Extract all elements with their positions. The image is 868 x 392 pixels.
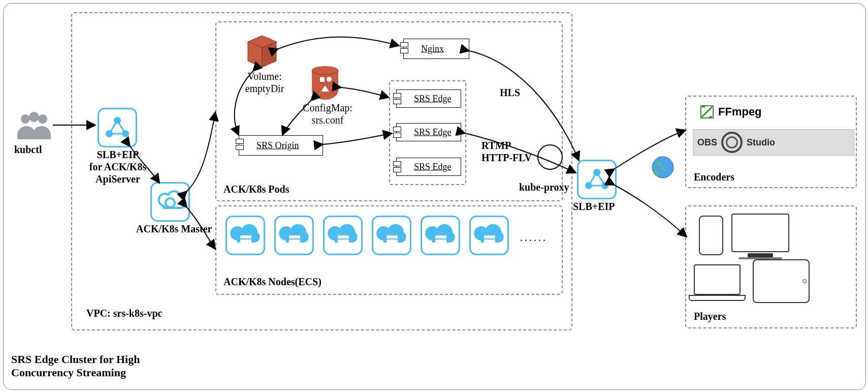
- svg-rect-16: [289, 235, 300, 238]
- svg-point-6: [166, 198, 175, 207]
- obs-ring-icon: [721, 132, 743, 153]
- srs-edge-label: SRS Edge: [414, 94, 457, 104]
- slb-eip-label: SLB+EIP: [573, 200, 615, 213]
- svg-rect-22: [435, 235, 446, 238]
- svg-point-2: [29, 112, 39, 122]
- ffmpeg-label: FFmpeg: [718, 105, 762, 118]
- laptop-icon: [694, 264, 746, 301]
- nginx-component: Nginx: [403, 39, 469, 59]
- players-label: Players: [694, 310, 726, 322]
- configmap-icon: [309, 65, 341, 104]
- node-icon: [226, 216, 265, 255]
- svg-rect-14: [240, 235, 251, 238]
- node-icon: [372, 216, 411, 255]
- globe-icon: [651, 156, 674, 181]
- tablet-icon: [753, 259, 810, 303]
- master-icon: [150, 182, 190, 222]
- obs-label-1: OBS: [697, 137, 717, 148]
- slb-eip-icon: [577, 160, 617, 199]
- diagram-root: VPC: srs-k8s-vpc ACK/K8s Pods ACK/K8s No…: [0, 0, 868, 392]
- node-icon: [323, 216, 363, 255]
- obs-logo: OBS Studio: [693, 129, 854, 156]
- configmap-label: ConfigMap: srs.conf: [295, 102, 361, 126]
- svg-rect-19: [338, 239, 349, 243]
- svg-point-0: [21, 114, 30, 124]
- svg-rect-20: [387, 235, 398, 238]
- svg-point-1: [38, 114, 47, 124]
- svg-rect-24: [484, 235, 495, 238]
- srs-edge-2: SRS Edge: [396, 123, 461, 141]
- srs-origin-label: SRS Origin: [256, 140, 318, 151]
- rtmp-flv-label: RTMP HTTP-FLV: [481, 139, 532, 164]
- svg-rect-11: [320, 77, 325, 82]
- diagram-title: SRS Edge Cluster for High Concurrency St…: [11, 353, 143, 380]
- kube-proxy-label: kube-proxy: [519, 181, 569, 193]
- node-icon: [274, 216, 314, 255]
- pods-label: ACK/K8s Pods: [223, 183, 289, 195]
- srs-edge-label: SRS Edge: [414, 162, 457, 172]
- node-icon: [421, 216, 460, 255]
- svg-rect-25: [484, 239, 495, 243]
- nodes-label: ACK/K8s Nodes(ECS): [223, 276, 322, 288]
- users-icon: [15, 111, 53, 142]
- svg-point-12: [327, 77, 332, 82]
- node-icon: [469, 216, 509, 255]
- svg-rect-18: [338, 235, 349, 238]
- svg-rect-23: [435, 239, 446, 243]
- svg-rect-17: [289, 239, 300, 243]
- svg-rect-15: [240, 239, 251, 243]
- srs-edge-3: SRS Edge: [396, 158, 461, 176]
- kube-proxy-ring: [537, 144, 563, 170]
- slb-apiserver-icon: [98, 108, 137, 147]
- volume-icon: [247, 34, 277, 71]
- volume-label: Volume: emptyDir: [237, 70, 293, 95]
- srs-edge-1: SRS Edge: [396, 89, 461, 108]
- vpc-label: VPC: srs-k8s-vpc: [86, 307, 162, 319]
- svg-rect-21: [387, 239, 398, 243]
- nginx-label: Nginx: [421, 44, 465, 54]
- srs-edge-label: SRS Edge: [414, 127, 457, 138]
- kubectl-label: kubctl: [14, 143, 42, 156]
- slb-apiserver-label: SLB+EIP for ACK/K8s ApiServer: [82, 148, 153, 185]
- monitor-icon: [731, 214, 789, 259]
- hls-label: HLS: [500, 86, 520, 99]
- obs-label-2: Studio: [747, 137, 775, 148]
- phone-icon: [699, 216, 723, 255]
- ffmpeg-logo: FFmpeg: [700, 105, 762, 119]
- nodes-row: ......: [226, 216, 548, 255]
- srs-origin-component: SRS Origin: [239, 135, 323, 156]
- encoders-label: Encoders: [694, 171, 734, 183]
- nodes-ellipsis: ......: [520, 232, 548, 244]
- master-label: ACK/K8s Master: [136, 223, 212, 235]
